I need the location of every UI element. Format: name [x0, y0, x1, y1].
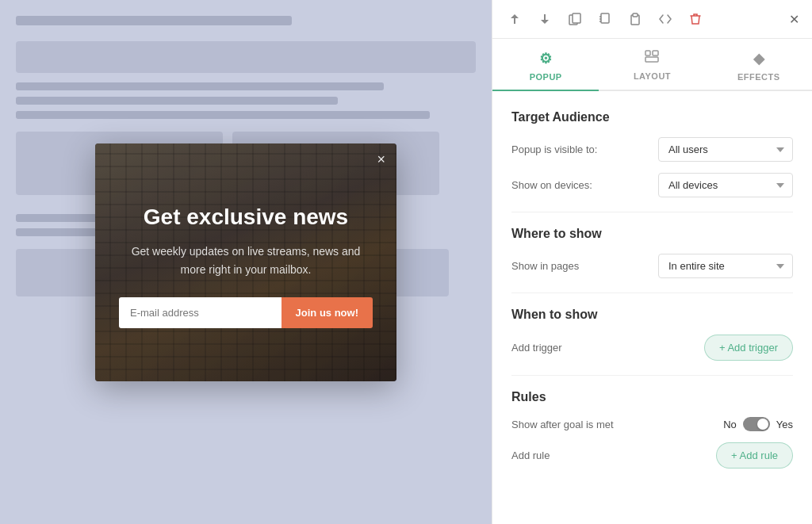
svg-rect-4: [633, 13, 638, 17]
add-rule-button[interactable]: + Add rule: [716, 442, 793, 469]
popup-title: Get exclusive news: [119, 204, 373, 231]
pages-select[interactable]: In entire site Specific pages Homepage o…: [658, 254, 793, 278]
popup-submit-button[interactable]: Join us now!: [282, 297, 373, 328]
tab-popup-label: POPUP: [530, 72, 562, 82]
tab-layout-label: LAYOUT: [634, 71, 671, 81]
goal-met-control: No Yes: [723, 417, 793, 431]
popup-form: Join us now!: [119, 297, 373, 328]
duplicate-icon[interactable]: [565, 10, 584, 29]
pages-label: Show in pages: [511, 260, 658, 272]
layout-tab-icon: [645, 50, 659, 67]
toggle-yes-label: Yes: [776, 419, 793, 430]
popup-close-icon[interactable]: ×: [377, 151, 385, 168]
goal-met-toggle[interactable]: [743, 417, 770, 431]
divider-1: [511, 212, 793, 212]
tab-layout[interactable]: LAYOUT: [599, 39, 705, 91]
trigger-control: + Add trigger: [704, 335, 793, 361]
devices-label: Show on devices:: [511, 179, 658, 191]
delete-icon[interactable]: [686, 10, 705, 29]
tab-effects[interactable]: ◆ EFFECTS: [706, 39, 812, 91]
goal-met-row: Show after goal is met No Yes: [511, 417, 793, 431]
visible-to-row: Popup is visible to: All users Logged in…: [511, 137, 793, 162]
devices-select[interactable]: All devices Desktop only Mobile only: [658, 173, 793, 197]
visible-to-select[interactable]: All users Logged in users Logged out use…: [658, 137, 793, 162]
code-icon[interactable]: [656, 10, 675, 29]
devices-row: Show on devices: All devices Desktop onl…: [511, 173, 793, 197]
copy-icon[interactable]: [596, 10, 615, 29]
trigger-label: Add trigger: [511, 342, 704, 354]
where-to-show-title: Where to show: [511, 227, 793, 241]
svg-rect-6: [653, 51, 658, 55]
move-down-icon[interactable]: [535, 10, 554, 29]
svg-rect-1: [573, 13, 580, 23]
settings-tabs: ⚙ POPUP LAYOUT ◆ EFFECTS: [492, 39, 812, 91]
tab-popup[interactable]: ⚙ POPUP: [492, 39, 599, 91]
visible-to-label: Popup is visible to:: [511, 143, 658, 155]
popup-image-area: × Get exclusive news Get weekly updates …: [95, 143, 396, 381]
svg-rect-7: [645, 57, 658, 62]
svg-rect-2: [601, 13, 609, 23]
settings-panel: ✕ ⚙ POPUP LAYOUT ◆ EFFECTS Target Audien…: [492, 0, 812, 524]
toggle-no-label: No: [723, 419, 737, 430]
add-rule-label: Add rule: [511, 449, 716, 461]
rules-title: Rules: [511, 390, 793, 404]
devices-control: All devices Desktop only Mobile only: [658, 173, 793, 197]
when-to-show-title: When to show: [511, 308, 793, 322]
preview-panel: × Get exclusive news Get weekly updates …: [0, 0, 492, 524]
where-to-show-section: Where to show Show in pages In entire si…: [511, 227, 793, 278]
tab-effects-label: EFFECTS: [737, 72, 780, 82]
add-rule-row: Add rule + Add rule: [511, 442, 793, 469]
toolbar: ✕: [492, 0, 812, 39]
effects-tab-icon: ◆: [753, 50, 765, 67]
pages-control: In entire site Specific pages Homepage o…: [658, 254, 793, 278]
divider-2: [511, 293, 793, 293]
popup-subtitle: Get weekly updates on live streams, news…: [119, 243, 373, 278]
trigger-row: Add trigger + Add trigger: [511, 335, 793, 361]
rules-section: Rules Show after goal is met No Yes Add …: [511, 390, 793, 469]
add-rule-control: + Add rule: [716, 442, 793, 469]
move-up-icon[interactable]: [505, 10, 524, 29]
popup-tab-icon: ⚙: [539, 50, 553, 67]
popup-content: Get exclusive news Get weekly updates on…: [119, 204, 373, 328]
when-to-show-section: When to show Add trigger + Add trigger: [511, 308, 793, 361]
popup-email-input[interactable]: [119, 297, 282, 328]
target-audience-title: Target Audience: [511, 110, 793, 124]
pages-row: Show in pages In entire site Specific pa…: [511, 254, 793, 278]
goal-met-label: Show after goal is met: [511, 419, 723, 430]
settings-content: Target Audience Popup is visible to: All…: [492, 91, 812, 524]
divider-3: [511, 375, 793, 376]
target-audience-section: Target Audience Popup is visible to: All…: [511, 110, 793, 197]
popup-preview: × Get exclusive news Get weekly updates …: [95, 143, 396, 381]
add-trigger-button[interactable]: + Add trigger: [704, 335, 793, 361]
paste-icon[interactable]: [626, 10, 645, 29]
visible-to-control: All users Logged in users Logged out use…: [658, 137, 793, 162]
svg-rect-5: [645, 51, 650, 55]
close-panel-icon[interactable]: ✕: [789, 12, 799, 27]
